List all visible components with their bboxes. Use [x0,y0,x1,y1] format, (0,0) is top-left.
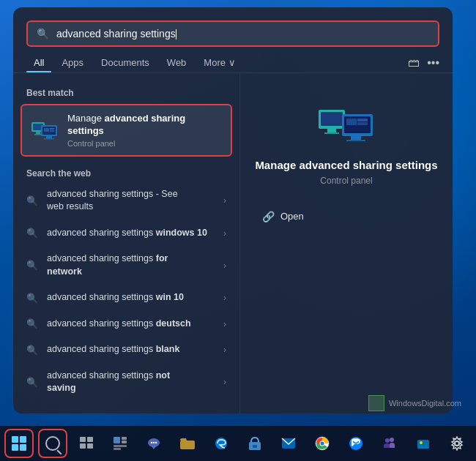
edge-button[interactable] [207,429,236,458]
settings-icon [450,436,464,451]
tab-more[interactable]: More ∨ [196,53,242,72]
list-item[interactable]: 🔍 advanced sharing settings win 10 › [13,285,239,311]
share-icon[interactable]: 🗃 [408,56,420,70]
chat-button[interactable] [139,429,168,458]
list-item[interactable]: 🔍 advanced sharing settings blank › [13,337,239,363]
svg-point-36 [153,442,155,443]
svg-rect-15 [324,132,339,134]
svg-rect-2 [36,132,40,134]
file-explorer-button[interactable] [173,429,202,458]
svg-rect-32 [114,448,121,450]
web-item-text-3: advanced sharing settings fornetwork [47,252,215,278]
svg-rect-3 [34,134,42,135]
settings-button[interactable] [442,429,472,458]
search-bar[interactable]: 🔍 advanced sharing settings [26,20,439,47]
chat-icon [146,436,161,451]
tabs-list: All Apps Documents Web More ∨ [26,53,243,72]
svg-rect-38 [180,441,195,449]
taskbar [0,426,476,461]
tab-all[interactable]: All [26,53,51,72]
teams-icon [382,436,398,451]
svg-point-49 [385,438,390,443]
start-button[interactable] [4,429,34,458]
right-panel: Manage advanced sharing settings Control… [240,73,453,413]
photos-button[interactable] [409,429,438,458]
more-options-icon[interactable]: ••• [427,56,439,70]
chevron-right-icon-1: › [223,195,226,206]
list-item[interactable]: 🔍 advanced sharing settings notsaving › [13,363,239,402]
edge-icon [214,436,228,451]
svg-rect-18 [351,136,361,140]
svg-point-35 [151,442,152,443]
messenger-button[interactable] [341,429,371,458]
svg-point-37 [155,442,157,443]
svg-rect-27 [87,443,93,449]
chevron-right-icon-7: › [223,377,226,387]
best-match-label: Best match [13,82,239,101]
right-panel-app-name: Manage advanced sharing settings [255,158,437,173]
web-item-text-1: advanced sharing settings - Seeweb resul… [47,188,215,214]
messenger-icon [349,436,363,451]
svg-rect-31 [114,445,127,447]
list-item[interactable]: 🔍 advanced sharing settings deutsch › [13,311,239,337]
open-button[interactable]: 🔗 Open [255,206,311,227]
teams-button[interactable] [375,429,404,458]
web-item-text-6: advanced sharing settings blank [47,343,215,356]
svg-rect-21 [346,119,357,125]
web-item-text-4: advanced sharing settings win 10 [47,291,215,304]
list-item[interactable]: 🔍 advanced sharing settings fornetwork › [13,246,239,285]
svg-point-48 [390,438,394,442]
search-taskbar-button[interactable] [38,429,67,458]
watermark-text: WindowsDigital.com [389,399,461,408]
web-item-text-2: advanced sharing settings windows 10 [47,227,215,240]
search-input[interactable]: advanced sharing settings [56,28,429,40]
svg-point-46 [321,442,324,446]
network-computers-icon [31,116,59,144]
file-explorer-icon [179,437,196,450]
windows-logo-icon [12,436,26,451]
best-match-subtitle: Control panel [67,139,185,148]
search-web-icon-2: 🔍 [26,228,38,239]
svg-rect-23 [357,122,368,125]
svg-rect-7 [44,138,54,140]
svg-rect-24 [80,437,86,442]
search-web-icon-1: 🔍 [26,195,38,206]
svg-rect-6 [46,136,52,138]
svg-rect-14 [327,129,336,132]
tab-apps[interactable]: Apps [54,53,91,72]
watermark: WindowsDigital.com [368,395,461,411]
mail-button[interactable] [274,429,303,458]
search-web-icon-7: 🔍 [26,377,38,388]
list-item[interactable]: 🔍 advanced sharing settings windows 10 › [13,220,239,247]
svg-rect-13 [321,112,343,126]
task-view-button[interactable] [72,429,101,458]
svg-rect-26 [80,443,86,449]
svg-point-51 [420,441,423,444]
task-view-icon [79,436,94,451]
best-match-title: Manage advanced sharingsettings [67,113,185,138]
svg-rect-19 [346,140,365,141]
taskbar-search-icon [45,436,60,451]
search-web-icon-3: 🔍 [26,260,38,271]
widgets-button[interactable] [105,429,135,458]
search-web-label: Search the web [13,162,239,181]
search-web-icon-5: 🔍 [26,318,38,329]
mail-icon [281,438,296,449]
tab-web[interactable]: Web [160,53,194,72]
chevron-right-icon-3: › [223,261,226,271]
store-button[interactable] [240,429,269,458]
best-match-item[interactable]: Manage advanced sharingsettings Control … [21,104,232,157]
search-content: Best match [13,73,453,413]
chrome-button[interactable] [308,429,337,458]
svg-rect-30 [122,441,127,443]
chrome-icon [315,436,330,451]
chevron-right-icon-4: › [223,293,226,303]
tabs-right-icons: 🗃 ••• [408,56,439,70]
svg-rect-41 [253,445,257,448]
svg-point-53 [455,441,459,446]
list-item[interactable]: 🔍 advanced sharing settings - Seeweb res… [13,181,239,220]
svg-rect-11 [50,130,54,132]
tab-documents[interactable]: Documents [94,53,157,72]
search-icon: 🔍 [37,28,49,40]
widgets-icon [113,436,127,451]
